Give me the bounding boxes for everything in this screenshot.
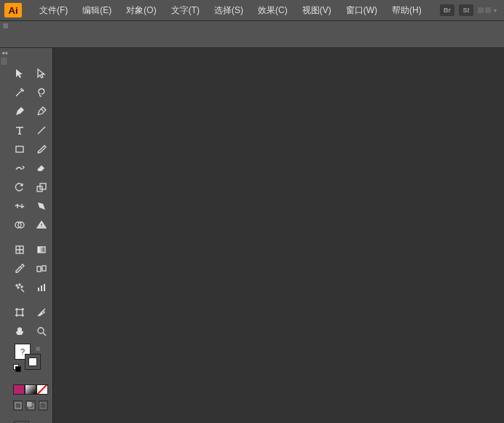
- eyedropper-tool[interactable]: [9, 259, 31, 278]
- lasso-tool[interactable]: [31, 83, 52, 102]
- column-graph-tool[interactable]: [31, 278, 52, 297]
- type-tool[interactable]: [9, 121, 31, 140]
- svg-point-9: [16, 285, 17, 286]
- mesh-tool[interactable]: [9, 240, 31, 259]
- width-tool[interactable]: [9, 197, 31, 216]
- workspace-switcher[interactable]: ▾: [478, 6, 500, 15]
- svg-point-12: [21, 286, 23, 288]
- hand-tool[interactable]: [9, 322, 31, 341]
- menu-view[interactable]: 视图(V): [295, 0, 339, 21]
- free-transform-tool[interactable]: [31, 197, 52, 216]
- gradient-tool[interactable]: [31, 240, 52, 259]
- slice-tool[interactable]: [31, 303, 52, 322]
- shape-builder-tool[interactable]: [9, 216, 31, 234]
- menu-edit[interactable]: 编辑(E): [75, 0, 119, 21]
- svg-rect-6: [38, 247, 45, 253]
- menubar-right: Br St ▾: [440, 4, 500, 16]
- svg-rect-13: [38, 288, 39, 291]
- scale-tool[interactable]: [31, 178, 52, 197]
- artboard-tool[interactable]: [9, 303, 31, 322]
- menubar: Ai 文件(F) 编辑(E) 对象(O) 文字(T) 选择(S) 效果(C) 视…: [0, 0, 504, 20]
- fill-stroke-control: ? ⤭: [9, 341, 52, 383]
- symbol-sprayer-tool[interactable]: [9, 278, 31, 297]
- curvature-tool[interactable]: [31, 102, 52, 121]
- stock-button[interactable]: St: [459, 4, 473, 16]
- color-mode-solid[interactable]: [13, 384, 25, 395]
- svg-rect-0: [16, 146, 23, 152]
- menu-object[interactable]: 对象(O): [119, 0, 163, 21]
- zoom-tool[interactable]: [31, 322, 52, 341]
- magic-wand-tool[interactable]: [9, 83, 31, 102]
- menu-effect[interactable]: 效果(C): [251, 0, 295, 21]
- control-bar: ||||||||: [0, 20, 504, 48]
- rotate-tool[interactable]: [9, 178, 31, 197]
- menu-file[interactable]: 文件(F): [32, 0, 75, 21]
- line-segment-tool[interactable]: [31, 121, 52, 140]
- draw-mode-row: [9, 398, 52, 414]
- menu-items: 文件(F) 编辑(E) 对象(O) 文字(T) 选择(S) 效果(C) 视图(V…: [32, 0, 429, 21]
- bridge-button[interactable]: Br: [440, 4, 454, 16]
- color-mode-row: [9, 384, 52, 395]
- svg-rect-14: [41, 285, 42, 291]
- selection-tool[interactable]: [9, 64, 31, 83]
- color-mode-none[interactable]: [36, 384, 48, 395]
- main-area: ◂◂: [0, 48, 504, 423]
- ruler-marks: ||||||||: [3, 23, 8, 28]
- menu-window[interactable]: 窗口(W): [339, 0, 385, 21]
- svg-rect-21: [40, 403, 46, 408]
- blend-tool[interactable]: [31, 259, 52, 278]
- svg-rect-15: [44, 284, 45, 291]
- collapse-handle[interactable]: ◂◂: [0, 48, 9, 56]
- screen-mode-row: ▸: [9, 418, 52, 423]
- stroke-swatch[interactable]: [25, 354, 41, 370]
- panel-collapse-column: ◂◂: [0, 48, 9, 423]
- eraser-tool[interactable]: [31, 159, 52, 178]
- color-mode-gradient[interactable]: [25, 384, 36, 395]
- svg-point-11: [17, 287, 19, 288]
- svg-rect-16: [17, 309, 23, 315]
- swap-fill-stroke-icon[interactable]: ⤭: [35, 345, 41, 352]
- svg-rect-8: [42, 266, 46, 271]
- svg-point-17: [38, 328, 44, 333]
- paintbrush-tool[interactable]: [31, 140, 52, 159]
- draw-normal-icon[interactable]: [13, 400, 23, 411]
- menu-select[interactable]: 选择(S): [207, 0, 251, 21]
- rectangle-tool[interactable]: [9, 140, 31, 159]
- canvas-area[interactable]: [52, 48, 504, 423]
- draw-behind-icon[interactable]: [25, 400, 35, 411]
- draw-inside-icon[interactable]: [39, 400, 48, 411]
- app-logo[interactable]: Ai: [4, 3, 22, 17]
- default-fill-stroke-icon[interactable]: [13, 364, 20, 371]
- perspective-grid-tool[interactable]: [31, 216, 52, 234]
- panel-grip[interactable]: [1, 58, 7, 65]
- svg-rect-18: [15, 403, 21, 408]
- toolbox: ? ⤭ ▸: [9, 48, 52, 423]
- menu-type[interactable]: 文字(T): [164, 0, 207, 21]
- menu-help[interactable]: 帮助(H): [385, 0, 429, 21]
- pen-tool[interactable]: [9, 102, 31, 121]
- svg-rect-7: [37, 266, 41, 272]
- svg-point-10: [19, 284, 20, 285]
- shaper-tool[interactable]: [9, 159, 31, 178]
- direct-selection-tool[interactable]: [31, 64, 52, 83]
- chevron-down-icon: ▾: [494, 7, 497, 14]
